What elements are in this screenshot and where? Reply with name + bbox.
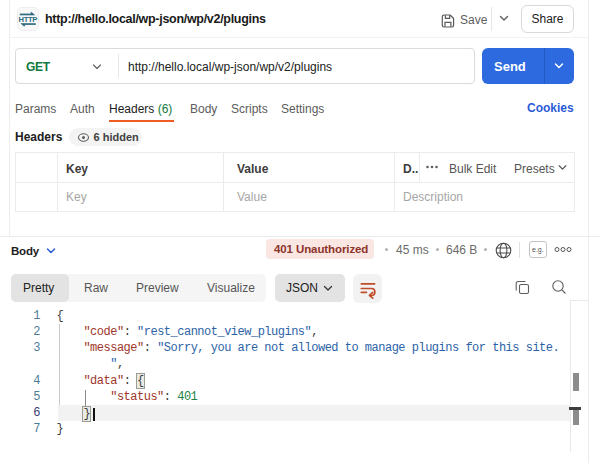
- svg-text:HTTP: HTTP: [18, 15, 37, 24]
